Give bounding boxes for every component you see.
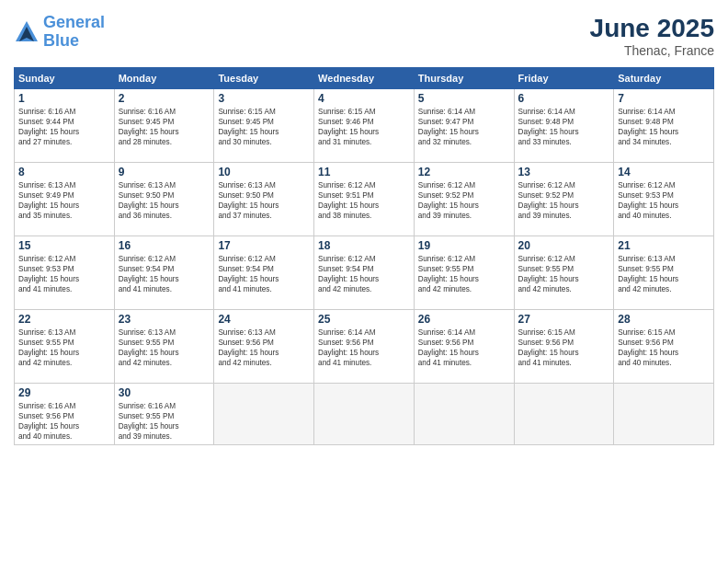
location: Thenac, France	[590, 43, 714, 58]
day-number: 23	[119, 313, 210, 326]
day-number: 16	[119, 239, 210, 252]
day-number: 26	[418, 313, 510, 326]
weekday-header: Sunday	[15, 68, 115, 89]
day-number: 15	[18, 239, 110, 252]
page: General Blue June 2025 Thenac, France Su…	[0, 0, 728, 563]
day-info: Sunrise: 6:15 AM Sunset: 9:56 PM Dayligh…	[618, 327, 710, 368]
day-info: Sunrise: 6:16 AM Sunset: 9:55 PM Dayligh…	[119, 401, 210, 442]
day-number: 3	[218, 92, 310, 105]
calendar-cell: 17Sunrise: 6:12 AM Sunset: 9:54 PM Dayli…	[214, 236, 314, 310]
calendar-week-row: 22Sunrise: 6:13 AM Sunset: 9:55 PM Dayli…	[15, 310, 714, 384]
logo: General Blue	[14, 14, 105, 51]
calendar: SundayMondayTuesdayWednesdayThursdayFrid…	[14, 67, 714, 445]
day-number: 30	[119, 386, 210, 399]
calendar-header-row: SundayMondayTuesdayWednesdayThursdayFrid…	[15, 68, 714, 89]
weekday-header: Wednesday	[314, 68, 415, 89]
day-info: Sunrise: 6:14 AM Sunset: 9:48 PM Dayligh…	[518, 107, 610, 147]
day-number: 13	[518, 166, 610, 178]
calendar-cell: 20Sunrise: 6:12 AM Sunset: 9:55 PM Dayli…	[514, 236, 614, 310]
day-info: Sunrise: 6:12 AM Sunset: 9:54 PM Dayligh…	[119, 254, 210, 294]
day-info: Sunrise: 6:12 AM Sunset: 9:53 PM Dayligh…	[618, 180, 710, 221]
calendar-cell: 1Sunrise: 6:16 AM Sunset: 9:44 PM Daylig…	[15, 89, 115, 163]
calendar-cell	[514, 384, 614, 445]
day-info: Sunrise: 6:15 AM Sunset: 9:46 PM Dayligh…	[318, 107, 410, 147]
calendar-cell	[314, 384, 415, 445]
day-info: Sunrise: 6:16 AM Sunset: 9:56 PM Dayligh…	[18, 401, 110, 442]
day-info: Sunrise: 6:13 AM Sunset: 9:50 PM Dayligh…	[119, 180, 210, 221]
day-number: 29	[18, 386, 110, 399]
calendar-cell	[614, 384, 714, 445]
calendar-cell: 6Sunrise: 6:14 AM Sunset: 9:48 PM Daylig…	[514, 89, 614, 163]
day-number: 28	[618, 313, 710, 326]
weekday-header: Saturday	[614, 68, 714, 89]
calendar-cell: 7Sunrise: 6:14 AM Sunset: 9:48 PM Daylig…	[614, 89, 714, 163]
day-info: Sunrise: 6:13 AM Sunset: 9:56 PM Dayligh…	[218, 327, 310, 368]
day-number: 11	[318, 166, 410, 178]
calendar-cell	[414, 384, 514, 445]
day-info: Sunrise: 6:13 AM Sunset: 9:55 PM Dayligh…	[618, 254, 710, 294]
calendar-cell: 8Sunrise: 6:13 AM Sunset: 9:49 PM Daylig…	[15, 163, 115, 236]
calendar-cell: 28Sunrise: 6:15 AM Sunset: 9:56 PM Dayli…	[614, 310, 714, 384]
calendar-cell: 12Sunrise: 6:12 AM Sunset: 9:52 PM Dayli…	[414, 163, 514, 236]
day-info: Sunrise: 6:12 AM Sunset: 9:54 PM Dayligh…	[318, 254, 410, 294]
day-info: Sunrise: 6:12 AM Sunset: 9:55 PM Dayligh…	[418, 254, 510, 294]
day-number: 8	[18, 166, 110, 178]
day-info: Sunrise: 6:14 AM Sunset: 9:56 PM Dayligh…	[318, 327, 410, 368]
day-number: 18	[318, 239, 410, 252]
day-info: Sunrise: 6:14 AM Sunset: 9:56 PM Dayligh…	[418, 327, 510, 368]
calendar-cell: 4Sunrise: 6:15 AM Sunset: 9:46 PM Daylig…	[314, 89, 415, 163]
calendar-cell: 24Sunrise: 6:13 AM Sunset: 9:56 PM Dayli…	[214, 310, 314, 384]
logo-general: General	[43, 13, 105, 31]
day-info: Sunrise: 6:12 AM Sunset: 9:53 PM Dayligh…	[18, 254, 110, 294]
day-info: Sunrise: 6:12 AM Sunset: 9:55 PM Dayligh…	[518, 254, 610, 294]
calendar-cell: 23Sunrise: 6:13 AM Sunset: 9:55 PM Dayli…	[114, 310, 214, 384]
day-number: 22	[18, 313, 110, 326]
weekday-header: Tuesday	[214, 68, 314, 89]
day-number: 9	[119, 166, 210, 178]
day-info: Sunrise: 6:14 AM Sunset: 9:47 PM Dayligh…	[418, 107, 510, 147]
day-info: Sunrise: 6:12 AM Sunset: 9:52 PM Dayligh…	[418, 180, 510, 221]
calendar-cell: 22Sunrise: 6:13 AM Sunset: 9:55 PM Dayli…	[15, 310, 115, 384]
calendar-cell: 16Sunrise: 6:12 AM Sunset: 9:54 PM Dayli…	[114, 236, 214, 310]
day-number: 4	[318, 92, 410, 105]
day-info: Sunrise: 6:12 AM Sunset: 9:52 PM Dayligh…	[518, 180, 610, 221]
day-info: Sunrise: 6:16 AM Sunset: 9:44 PM Dayligh…	[18, 107, 110, 147]
day-number: 21	[618, 239, 710, 252]
day-info: Sunrise: 6:14 AM Sunset: 9:48 PM Dayligh…	[618, 107, 710, 147]
calendar-cell: 30Sunrise: 6:16 AM Sunset: 9:55 PM Dayli…	[114, 384, 214, 445]
logo-text: General Blue	[43, 14, 105, 51]
calendar-cell: 29Sunrise: 6:16 AM Sunset: 9:56 PM Dayli…	[15, 384, 115, 445]
calendar-cell: 10Sunrise: 6:13 AM Sunset: 9:50 PM Dayli…	[214, 163, 314, 236]
calendar-cell	[214, 384, 314, 445]
calendar-cell: 2Sunrise: 6:16 AM Sunset: 9:45 PM Daylig…	[114, 89, 214, 163]
day-info: Sunrise: 6:16 AM Sunset: 9:45 PM Dayligh…	[119, 107, 210, 147]
day-number: 19	[418, 239, 510, 252]
month-title: June 2025	[590, 14, 714, 43]
calendar-cell: 9Sunrise: 6:13 AM Sunset: 9:50 PM Daylig…	[114, 163, 214, 236]
logo-blue: Blue	[43, 31, 79, 50]
calendar-cell: 14Sunrise: 6:12 AM Sunset: 9:53 PM Dayli…	[614, 163, 714, 236]
calendar-cell: 19Sunrise: 6:12 AM Sunset: 9:55 PM Dayli…	[414, 236, 514, 310]
day-number: 14	[618, 166, 710, 178]
calendar-week-row: 15Sunrise: 6:12 AM Sunset: 9:53 PM Dayli…	[15, 236, 714, 310]
day-number: 12	[418, 166, 510, 178]
calendar-cell: 21Sunrise: 6:13 AM Sunset: 9:55 PM Dayli…	[614, 236, 714, 310]
calendar-week-row: 8Sunrise: 6:13 AM Sunset: 9:49 PM Daylig…	[15, 163, 714, 236]
day-info: Sunrise: 6:13 AM Sunset: 9:50 PM Dayligh…	[218, 180, 310, 221]
day-info: Sunrise: 6:12 AM Sunset: 9:54 PM Dayligh…	[218, 254, 310, 294]
day-info: Sunrise: 6:13 AM Sunset: 9:55 PM Dayligh…	[18, 327, 110, 368]
day-number: 27	[518, 313, 610, 326]
header: General Blue June 2025 Thenac, France	[14, 14, 714, 58]
weekday-header: Friday	[514, 68, 614, 89]
weekday-header: Monday	[114, 68, 214, 89]
day-number: 7	[618, 92, 710, 105]
calendar-cell: 18Sunrise: 6:12 AM Sunset: 9:54 PM Dayli…	[314, 236, 415, 310]
day-number: 10	[218, 166, 310, 178]
day-number: 17	[218, 239, 310, 252]
weekday-header: Thursday	[414, 68, 514, 89]
logo-icon	[14, 19, 40, 45]
day-number: 2	[119, 92, 210, 105]
calendar-cell: 27Sunrise: 6:15 AM Sunset: 9:56 PM Dayli…	[514, 310, 614, 384]
day-number: 24	[218, 313, 310, 326]
day-info: Sunrise: 6:13 AM Sunset: 9:55 PM Dayligh…	[119, 327, 210, 368]
